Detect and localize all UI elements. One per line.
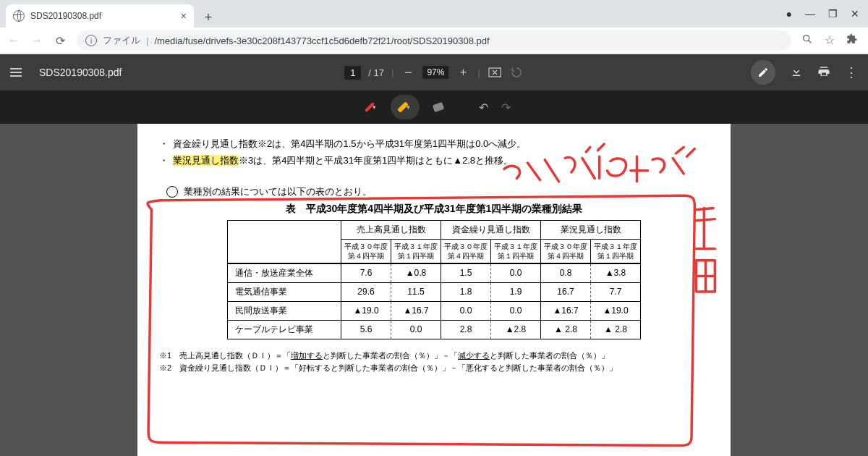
maximize-button[interactable]: ❐ xyxy=(828,8,838,20)
info-icon[interactable]: i xyxy=(85,35,97,46)
page-total: / 17 xyxy=(368,67,384,78)
table-row: 通信・放送産業全体7.6▲0.81.50.00.8▲3.8 xyxy=(228,263,641,283)
fit-page-icon[interactable] xyxy=(488,65,502,80)
pdf-viewport[interactable]: ・資金繰り見通し指数※2は、第4四半期の1.5から平成31年度第1四半期は0.0… xyxy=(0,124,868,456)
forward-button[interactable]: → xyxy=(30,34,43,47)
reload-button[interactable]: ⟳ xyxy=(54,34,67,48)
redo-button[interactable]: ↷ xyxy=(501,101,511,114)
results-table: 売上高見通し指数 資金繰り見通し指数 業況見通し指数 平成３０年度 第４四半期 … xyxy=(227,220,641,339)
pdf-page: ・資金繰り見通し指数※2は、第4四半期の1.5から平成31年度第1四半期は0.0… xyxy=(137,124,731,456)
bookmark-star-icon[interactable]: ☆ xyxy=(825,33,835,48)
print-icon[interactable] xyxy=(817,65,830,80)
table-caption: 表 平成30年度第4四半期及び平成31年度第1四半期の業種別結果 xyxy=(159,203,709,216)
doc-line-2: ※3は、第4四半期と平成31年度第1四半期はともに▲2.8と推移。 xyxy=(239,155,513,166)
doc-heading: 業種別の結果については以下の表のとおり。 xyxy=(184,186,372,197)
highlighter-tool[interactable]: ▾ xyxy=(391,95,420,119)
annotate-button[interactable] xyxy=(751,60,775,85)
svg-line-1 xyxy=(809,41,812,43)
tab-close-button[interactable]: × xyxy=(181,10,187,22)
pen-red-tool[interactable]: ▾ xyxy=(357,95,386,119)
doc-line-1: 資金繰り見通し指数※2は、第4四半期の1.5から平成31年度第1四半期は0.0へ… xyxy=(173,135,526,152)
table-row: ケーブルテレビ事業5.60.02.8▲2.8▲ 2.8▲ 2.8 xyxy=(228,320,641,339)
zoom-in-button[interactable]: + xyxy=(456,65,470,80)
window-controls: ● — ❐ ✕ xyxy=(786,0,868,28)
window-close-button[interactable]: ✕ xyxy=(851,8,859,20)
minimize-button[interactable]: — xyxy=(805,8,815,20)
page-number-input[interactable]: 1 xyxy=(344,66,361,80)
url-path: /media/fuse/drivefs-3e30c208f143773ccf1c… xyxy=(154,35,489,46)
extensions-icon[interactable] xyxy=(846,33,858,48)
status-icon: ● xyxy=(786,8,792,20)
new-tab-button[interactable]: + xyxy=(198,7,218,28)
zoom-level[interactable]: 97% xyxy=(422,66,448,79)
eraser-tool[interactable] xyxy=(424,95,453,119)
browser-tab-strip: SDS20190308.pdf × + ● — ❐ ✕ xyxy=(0,0,868,28)
tab-title: SDS20190308.pdf xyxy=(30,11,175,21)
table-row: 民間放送事業▲19.0▲16.70.00.0▲16.7▲19.0 xyxy=(228,301,641,320)
more-icon[interactable]: ⋮ xyxy=(845,64,858,80)
table-row: 電気通信事業29.611.51.81.916.77.7 xyxy=(228,282,641,301)
undo-button[interactable]: ↶ xyxy=(479,101,488,114)
url-scheme-label: ファイル xyxy=(103,34,140,47)
svg-point-0 xyxy=(804,35,809,41)
omnibox[interactable]: i ファイル | /media/fuse/drivefs-3e30c208f14… xyxy=(77,30,791,51)
search-icon[interactable] xyxy=(801,33,813,48)
address-bar: ← → ⟳ i ファイル | /media/fuse/drivefs-3e30c… xyxy=(0,28,868,54)
zoom-out-button[interactable]: − xyxy=(401,65,415,80)
back-button[interactable]: ← xyxy=(7,34,20,47)
browser-tab[interactable]: SDS20190308.pdf × xyxy=(6,4,194,28)
globe-icon xyxy=(13,10,25,22)
circle-bullet xyxy=(166,186,178,198)
annotation-toolbar: ▾ ▾ ↶ ↷ xyxy=(0,90,868,124)
download-icon[interactable] xyxy=(790,65,803,80)
rotate-icon[interactable] xyxy=(509,65,524,80)
pdf-toolbar: SDS20190308.pdf 1 / 17 | − 97% + | ⋮ xyxy=(0,54,868,90)
pdf-filename: SDS20190308.pdf xyxy=(39,67,122,78)
menu-icon[interactable] xyxy=(10,68,22,77)
doc-highlight: 業況見通し指数 xyxy=(173,155,239,166)
